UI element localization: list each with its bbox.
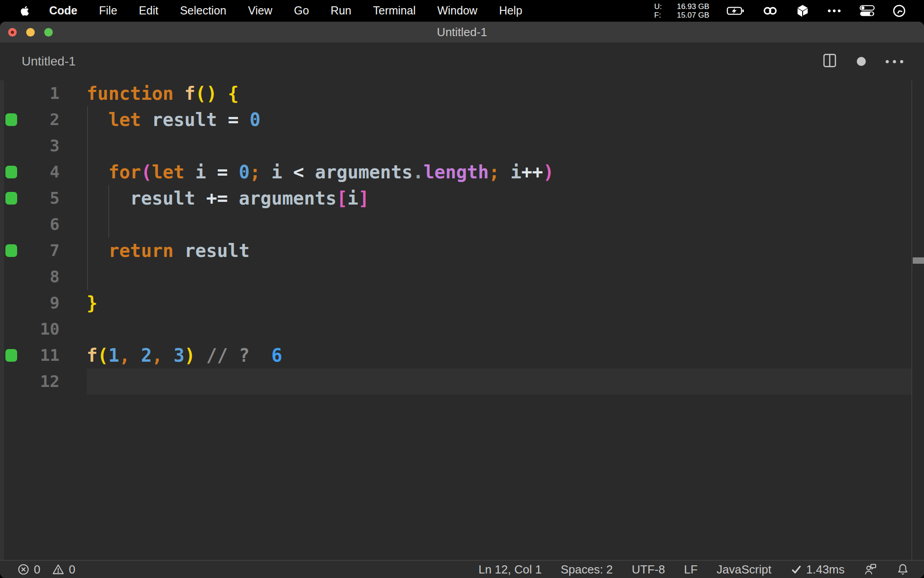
code-line-9[interactable]: 9} [0,290,924,316]
code-line-2[interactable]: 2 let result = 0 [0,107,924,133]
split-editor-icon[interactable] [822,53,837,70]
line-content: } [87,290,924,316]
feedback-icon[interactable] [864,563,877,576]
check-icon [790,564,802,575]
code-lines: 1function f() {2 let result = 034 for(le… [0,80,924,395]
menu-item-run[interactable]: Run [320,4,362,17]
line-content: result += arguments[i] [87,185,924,211]
menu-item-file[interactable]: File [88,4,128,17]
indent-guide [87,107,88,290]
memory-usage-readout[interactable]: U: 16.93 GB F: 15.07 GB [654,2,709,19]
line-number: 4 [0,159,60,185]
line-number: 9 [0,290,60,316]
menu-item-selection[interactable]: Selection [169,4,237,17]
control-center-icon[interactable] [859,5,875,17]
line-content: f(1, 2, 3) // ? 6 [87,342,924,368]
line-number: 5 [0,185,60,211]
code-line-5[interactable]: 5 result += arguments[i] [0,185,924,211]
line-number: 6 [0,211,60,238]
unsaved-changes-dot[interactable] [857,57,866,66]
problems-warnings[interactable]: 0 [52,563,75,577]
line-content: function f() { [87,80,924,107]
code-line-4[interactable]: 4 for(let i = 0; i < arguments.length; i… [0,159,924,185]
line-number: 11 [0,342,60,368]
memory-free-value: 15.07 GB [677,11,709,19]
language-mode[interactable]: JavaScript [716,563,771,577]
eol-setting[interactable]: LF [684,563,698,577]
code-editor[interactable]: 1function f() {2 let result = 034 for(le… [0,80,924,560]
code-line-10[interactable]: 10 [0,316,924,342]
cursor-position[interactable]: Ln 12, Col 1 [478,563,541,577]
clock-icon[interactable] [892,4,906,18]
problems-errors[interactable]: 0 [17,563,40,577]
indent-guide [108,185,109,238]
menu-item-go[interactable]: Go [283,4,320,17]
code-line-11[interactable]: 11f(1, 2, 3) // ? 6 [0,342,924,368]
line-number: 2 [0,107,60,133]
indentation-setting[interactable]: Spaces: 2 [561,563,613,577]
menu-item-code[interactable]: Code [38,4,88,17]
code-line-8[interactable]: 8 [0,264,924,290]
battery-charging-icon[interactable] [726,5,744,17]
more-actions-icon[interactable] [886,60,903,63]
code-line-3[interactable]: 3 [0,133,924,159]
menu-item-window[interactable]: Window [426,4,488,17]
menu-item-help[interactable]: Help [488,4,533,17]
scrollbar-divider [911,80,912,560]
menu-items: FileEditSelectionViewGoRunTerminalWindow… [88,4,533,17]
line-content: return result [87,238,924,264]
code-line-6[interactable]: 6 [0,211,924,238]
line-number: 7 [0,238,60,264]
warning-icon [52,563,65,576]
menu-item-terminal[interactable]: Terminal [362,4,426,17]
editor-header: Untitled-1 [0,42,924,80]
memory-used-label: U: [654,2,662,11]
line-content: let result = 0 [87,107,924,133]
macos-menu-bar: Code FileEditSelectionViewGoRunTerminalW… [0,0,924,21]
menu-item-edit[interactable]: Edit [128,4,169,17]
memory-used-value: 16.93 GB [677,2,709,11]
line-number: 1 [0,80,60,107]
tab-untitled-1[interactable]: Untitled-1 [22,54,822,69]
editor-actions [822,53,903,70]
vscode-window: Untitled-1 Untitled-1 1function f() {2 l… [0,22,924,578]
menu-item-view[interactable]: View [237,4,283,17]
line-number: 8 [0,264,60,290]
overview-ruler-marker [913,257,924,264]
apple-menu-icon[interactable] [20,5,29,16]
cube-icon[interactable] [796,4,809,18]
line-number: 12 [0,368,60,395]
ellipsis-icon[interactable] [827,5,842,17]
window-title-bar[interactable]: Untitled-1 [0,22,924,42]
status-bar: 0 0 Ln 12, Col 1 Spaces: 2 UTF-8 LF Java… [0,560,924,578]
memory-free-label: F: [654,11,661,19]
notifications-bell-icon[interactable] [896,563,910,576]
link-icon[interactable] [762,5,779,17]
encoding-setting[interactable]: UTF-8 [632,563,665,577]
code-line-1[interactable]: 1function f() { [0,80,924,107]
window-title: Untitled-1 [0,25,924,39]
line-content: for(let i = 0; i < arguments.length; i++… [87,159,924,185]
code-line-12[interactable]: 12 [0,368,924,395]
code-line-7[interactable]: 7 return result [0,238,924,264]
line-number: 3 [0,133,60,159]
current-line-highlight [87,368,911,395]
quokka-status[interactable]: 1.43ms [790,563,845,577]
error-icon [17,563,30,576]
line-number: 10 [0,316,60,342]
menu-bar-status-area: U: 16.93 GB F: 15.07 GB [654,2,924,19]
screen: Code FileEditSelectionViewGoRunTerminalW… [0,0,924,578]
